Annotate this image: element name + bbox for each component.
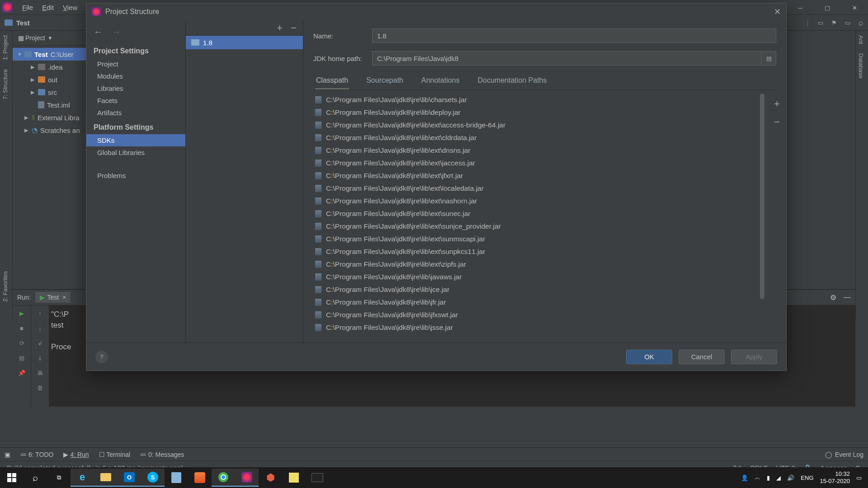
classpath-item[interactable]: C:\Program Files\Java\jdk8\jre\lib\ext\z… [313, 258, 761, 271]
volume-icon[interactable]: 🔊 [787, 474, 794, 481]
nav-item[interactable]: SDKs [86, 134, 185, 146]
hide-bottomtabs-icon[interactable]: ▣ [5, 451, 10, 458]
notifications-icon[interactable]: ▭ [856, 474, 862, 481]
tab-ant[interactable]: Ant [856, 31, 866, 49]
device-icon[interactable]: ▭ [845, 19, 850, 26]
home-path-input[interactable] [372, 51, 762, 66]
task-view-icon[interactable]: ⧉ [47, 469, 71, 487]
classpath-item[interactable]: C:\Program Files\Java\jdk8\jre\lib\jce.j… [313, 283, 761, 296]
search-taskbar-icon[interactable]: ⌕ [24, 469, 47, 487]
classpath-item[interactable]: C:\Program Files\Java\jdk8\jre\lib\jsse.… [313, 321, 761, 334]
classpath-list[interactable]: C:\Program Files\Java\jdk8\jre\lib\chars… [313, 94, 761, 343]
tab-terminal[interactable]: ☐ Terminal [99, 451, 131, 458]
classpath-item[interactable]: C:\Program Files\Java\jdk8\jre\lib\ext\d… [313, 144, 761, 157]
nav-item-problems[interactable]: Problems [86, 169, 185, 182]
run-tab[interactable]: ▶ Test × [35, 292, 71, 303]
print-icon[interactable]: 🖶 [37, 370, 43, 376]
stop-icon[interactable]: ■ [20, 325, 24, 332]
browse-button[interactable]: ▤ [762, 51, 776, 66]
scroll-icon[interactable]: ⤓ [38, 355, 42, 361]
nav-item[interactable]: Global Libraries [86, 146, 185, 159]
classpath-item[interactable]: C:\Program Files\Java\jdk8\jre\lib\ext\s… [313, 245, 761, 258]
menu-file[interactable]: File [18, 4, 38, 11]
classpath-item[interactable]: C:\Program Files\Java\jdk8\jre\lib\ext\j… [313, 157, 761, 169]
classpath-item[interactable]: C:\Program Files\Java\jdk8\jre\lib\javaw… [313, 271, 761, 283]
dialog-close-button[interactable]: ✕ [774, 7, 781, 17]
tab-event-log[interactable]: Event Log [835, 451, 863, 458]
menu-edit[interactable]: Edit [38, 4, 58, 11]
box-icon[interactable]: ⬢ [259, 469, 282, 487]
tab-project[interactable]: 1: Project [0, 31, 10, 65]
up-icon[interactable]: ↑ [38, 310, 42, 317]
menu-view[interactable]: View [58, 4, 82, 11]
layout-icon[interactable]: ▤ [19, 355, 24, 361]
tab-messages[interactable]: ≔ 0: Messages [140, 451, 184, 458]
tab-todo[interactable]: ≔ 6: TODO [20, 451, 53, 458]
hide-icon[interactable]: — [844, 293, 851, 302]
classpath-item[interactable]: C:\Program Files\Java\jdk8\jre\lib\ext\a… [313, 119, 761, 131]
tray-chevron-icon[interactable]: ︿ [755, 474, 760, 482]
cancel-button[interactable]: Cancel [679, 350, 725, 364]
sub-tab[interactable]: Documentation Paths [477, 74, 548, 89]
lang-indicator[interactable]: ENG [801, 474, 813, 481]
tab-run[interactable]: ▶ 4: Run [63, 451, 89, 458]
remove-sdk-button[interactable]: − [291, 22, 297, 34]
sticky-icon[interactable] [282, 469, 306, 487]
search-icon[interactable]: ⌕ [859, 18, 863, 28]
classpath-item[interactable]: C:\Program Files\Java\jdk8\jre\lib\chars… [313, 94, 761, 106]
start-button[interactable] [0, 469, 24, 487]
classpath-item[interactable]: C:\Program Files\Java\jdk8\jre\lib\ext\c… [313, 131, 761, 144]
notepad-icon[interactable] [165, 469, 188, 487]
sdk-list-item[interactable]: 1.8 [186, 36, 303, 49]
tab-structure[interactable]: 7: Structure [0, 65, 10, 104]
minimize-button[interactable]: ─ [787, 0, 814, 16]
help-button[interactable]: ? [95, 351, 108, 363]
sub-tab[interactable]: Annotations [420, 74, 461, 89]
classpath-item[interactable]: C:\Program Files\Java\jdk8\jre\lib\ext\l… [313, 182, 761, 195]
dump-icon[interactable]: ⟳ [19, 340, 24, 347]
classpath-item[interactable]: C:\Program Files\Java\jdk8\jre\lib\ext\n… [313, 195, 761, 207]
nav-item[interactable]: Artifacts [86, 107, 185, 119]
down-icon[interactable]: ↓ [38, 325, 42, 332]
flag-icon[interactable]: ⚑ [831, 19, 837, 26]
remove-classpath-button[interactable]: − [774, 116, 780, 128]
photos-icon[interactable] [188, 469, 212, 487]
classpath-item[interactable]: C:\Program Files\Java\jdk8\jre\lib\jfr.j… [313, 296, 761, 309]
event-log-icon[interactable]: ◯ [825, 451, 832, 458]
battery-icon[interactable]: ▮ [767, 474, 770, 481]
outlook-icon[interactable]: O [118, 469, 141, 487]
trash-icon[interactable]: 🗑 [37, 385, 43, 391]
nav-item[interactable]: Modules [86, 70, 185, 82]
add-sdk-button[interactable]: + [277, 22, 283, 34]
nav-item[interactable]: Project [86, 58, 185, 70]
scrollbar[interactable] [760, 94, 764, 299]
classpath-item[interactable]: C:\Program Files\Java\jdk8\jre\lib\ext\s… [313, 220, 761, 233]
pin-icon[interactable]: 📌 [18, 370, 25, 376]
classpath-item[interactable]: C:\Program Files\Java\jdk8\jre\lib\ext\s… [313, 207, 761, 220]
wrap-icon[interactable]: ↲ [38, 340, 42, 347]
people-icon[interactable]: 👤 [741, 474, 748, 481]
nav-item[interactable]: Libraries [86, 82, 185, 94]
gear-icon[interactable]: ⚙ [830, 293, 836, 302]
classpath-item[interactable]: C:\Program Files\Java\jdk8\jre\lib\deplo… [313, 106, 761, 119]
build-icon[interactable]: ▭ [818, 19, 823, 26]
cmd-icon[interactable] [306, 469, 329, 487]
edge-icon[interactable]: e [71, 469, 94, 487]
explorer-icon[interactable] [94, 469, 118, 487]
chrome-icon[interactable] [212, 469, 235, 487]
classpath-item[interactable]: C:\Program Files\Java\jdk8\jre\lib\ext\j… [313, 169, 761, 182]
apply-button[interactable]: Apply [731, 350, 777, 364]
maximize-button[interactable]: ▢ [814, 0, 841, 16]
intellij-taskbar-icon[interactable] [235, 469, 259, 487]
skype-icon[interactable]: S [141, 469, 165, 487]
rerun-icon[interactable]: ▶ [19, 310, 24, 317]
tab-favorites[interactable]: 2: Favorites [0, 267, 10, 306]
sub-tab[interactable]: Sourcepath [365, 74, 404, 89]
name-input[interactable] [372, 28, 776, 43]
tab-database[interactable]: Database [856, 49, 866, 83]
classpath-item[interactable]: C:\Program Files\Java\jdk8\jre\lib\jfxsw… [313, 309, 761, 321]
nav-back-icon[interactable]: ← [94, 27, 103, 37]
add-classpath-button[interactable]: + [774, 98, 780, 110]
classpath-item[interactable]: C:\Program Files\Java\jdk8\jre\lib\ext\s… [313, 233, 761, 245]
sub-tab[interactable]: Classpath [315, 74, 349, 89]
